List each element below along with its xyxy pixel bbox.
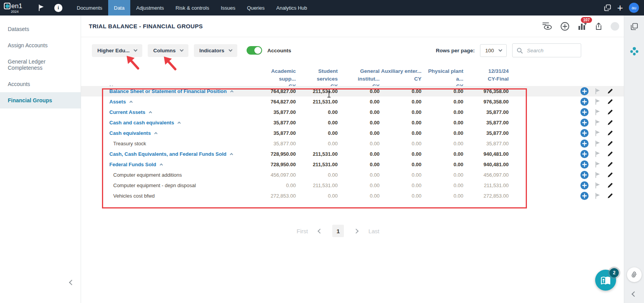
edit-pencil-icon[interactable] [607, 172, 613, 178]
table-row[interactable]: Vehicles cost bfwd272,853.000.000.000.00… [81, 191, 624, 201]
nav-item-queries[interactable]: Queries [241, 0, 271, 15]
row-flag-icon[interactable] [594, 109, 601, 115]
collapse-chevron-icon[interactable] [129, 101, 132, 104]
columns-dropdown[interactable]: Columns [148, 44, 188, 57]
nav-item-analytics-hub[interactable]: Analytics Hub [271, 0, 313, 15]
edit-pencil-icon[interactable] [607, 109, 613, 115]
chart-add-icon[interactable]: 107 [577, 22, 587, 31]
row-add-icon[interactable] [580, 98, 589, 106]
paperclip-icon[interactable] [627, 267, 642, 282]
edit-pencil-icon[interactable] [607, 98, 613, 105]
collapse-chevron-icon[interactable] [159, 164, 162, 167]
copy-pages-icon[interactable] [630, 22, 638, 31]
group-name-link[interactable]: Assets [109, 99, 126, 105]
group-name-link[interactable]: Cash, Cash Equivalents, and Federal Fund… [109, 151, 226, 157]
row-flag-icon[interactable] [594, 140, 601, 147]
search-input[interactable] [526, 47, 577, 54]
table-row[interactable]: Current Assets35,877.000.000.000.000.003… [81, 107, 624, 117]
visibility-settings-icon[interactable] [542, 22, 552, 30]
edit-pencil-icon[interactable] [607, 151, 613, 157]
row-add-icon[interactable] [580, 87, 589, 95]
nav-item-issues[interactable]: Issues [215, 0, 241, 15]
table-row[interactable]: Cash equivalents35,877.000.000.000.000.0… [81, 128, 624, 138]
sidebar-item-assign-accounts[interactable]: Assign Accounts [0, 37, 81, 53]
group-name-link[interactable]: Cash and cash equivalents [109, 120, 174, 126]
sidebar-item-general-ledger-completeness[interactable]: General Ledger Completeness [0, 53, 81, 76]
cell-value: 0.00 [254, 182, 296, 188]
pagination-last[interactable]: Last [368, 228, 379, 234]
cell-value: 211,531.00 [296, 162, 338, 167]
user-avatar[interactable]: au [629, 3, 639, 13]
row-add-icon[interactable] [580, 160, 589, 169]
row-flag-icon[interactable] [594, 182, 601, 189]
add-circle-icon[interactable] [560, 22, 570, 31]
collapse-chevron-icon[interactable] [230, 90, 233, 93]
collapse-chevron-icon[interactable] [148, 111, 152, 114]
collapse-chevron-icon[interactable] [230, 153, 233, 156]
group-name-link[interactable]: Cash equivalents [109, 130, 151, 136]
table-row[interactable]: Balance Sheet or Statement of Financial … [81, 86, 624, 96]
nav-item-documents[interactable]: Documents [71, 0, 108, 15]
table-row[interactable]: Assets764,827.00211,531.000.000.000.0097… [81, 96, 624, 107]
copy-pages-icon[interactable] [604, 4, 611, 12]
plus-icon[interactable]: + [617, 3, 623, 12]
pagination-current-page[interactable]: 1 [332, 225, 344, 237]
sidebar-collapse-chevron[interactable] [70, 279, 74, 286]
row-add-icon[interactable] [580, 181, 589, 189]
row-add-icon[interactable] [580, 139, 589, 148]
help-guide-button[interactable]: 2 [595, 270, 616, 291]
pagination-next-chevron[interactable] [354, 229, 358, 233]
row-add-icon[interactable] [580, 108, 589, 116]
cluster-icon[interactable] [630, 46, 639, 56]
edit-pencil-icon[interactable] [607, 130, 613, 136]
flag-icon[interactable] [37, 4, 45, 12]
table-row[interactable]: Federal Funds Sold728,950.00211,531.000.… [81, 159, 624, 170]
edit-pencil-icon[interactable] [607, 161, 613, 168]
rows-per-page-select[interactable]: 100 [480, 44, 507, 57]
nav-item-risk-controls[interactable]: Risk & controls [170, 0, 215, 15]
group-name-link[interactable]: Balance Sheet or Statement of Financial … [109, 88, 227, 94]
indicators-dropdown[interactable]: Indicators [194, 44, 237, 57]
row-add-icon[interactable] [580, 192, 589, 200]
row-flag-icon[interactable] [594, 161, 601, 168]
panel-collapse-chevron[interactable] [632, 292, 636, 296]
table-row[interactable]: Computer equipment additions456,097.000.… [81, 170, 624, 180]
sidebar-item-datasets[interactable]: Datasets [0, 21, 81, 37]
row-flag-icon[interactable] [594, 88, 601, 95]
edit-pencil-icon[interactable] [607, 182, 613, 189]
group-name-link[interactable]: Federal Funds Sold [109, 162, 156, 167]
table-row[interactable]: Cash and cash equivalents35,877.000.000.… [81, 117, 624, 128]
sidebar-item-financial-groups[interactable]: Financial Groups [0, 92, 81, 108]
table-row[interactable]: Cash, Cash Equivalents, and Federal Fund… [81, 149, 624, 159]
accounts-toggle[interactable] [247, 46, 262, 55]
row-flag-icon[interactable] [594, 119, 601, 126]
collapse-chevron-icon[interactable] [154, 132, 157, 135]
nav-item-adjustments[interactable]: Adjustments [130, 0, 170, 15]
table-row[interactable]: Treasury stock35,877.000.000.000.000.003… [81, 138, 624, 149]
cell-value: 0.00 [380, 141, 421, 146]
info-icon[interactable]: i [54, 4, 62, 12]
row-flag-icon[interactable] [594, 151, 601, 157]
app-logo[interactable]: en1 2024 [4, 2, 29, 14]
group-name-link[interactable]: Current Assets [109, 109, 145, 115]
row-add-icon[interactable] [580, 171, 589, 179]
edit-pencil-icon[interactable] [607, 193, 613, 199]
pagination-prev-chevron[interactable] [318, 229, 322, 233]
table-row[interactable]: Computer equipment - depn disposal0.0021… [81, 180, 624, 191]
row-add-icon[interactable] [580, 119, 589, 127]
edit-pencil-icon[interactable] [607, 88, 613, 95]
row-flag-icon[interactable] [594, 172, 601, 178]
row-add-icon[interactable] [580, 129, 589, 137]
row-add-icon[interactable] [580, 150, 589, 158]
row-flag-icon[interactable] [594, 193, 601, 199]
collapse-chevron-icon[interactable] [178, 122, 181, 125]
pagination-first[interactable]: First [297, 228, 308, 234]
nav-item-data[interactable]: Data [108, 0, 130, 15]
group-filter-dropdown[interactable]: Higher Edu... [92, 44, 142, 57]
row-flag-icon[interactable] [594, 130, 601, 136]
export-icon[interactable] [594, 22, 603, 31]
row-flag-icon[interactable] [594, 98, 601, 105]
edit-pencil-icon[interactable] [607, 140, 613, 147]
edit-pencil-icon[interactable] [607, 119, 613, 126]
sidebar-item-accounts[interactable]: Accounts [0, 76, 81, 92]
